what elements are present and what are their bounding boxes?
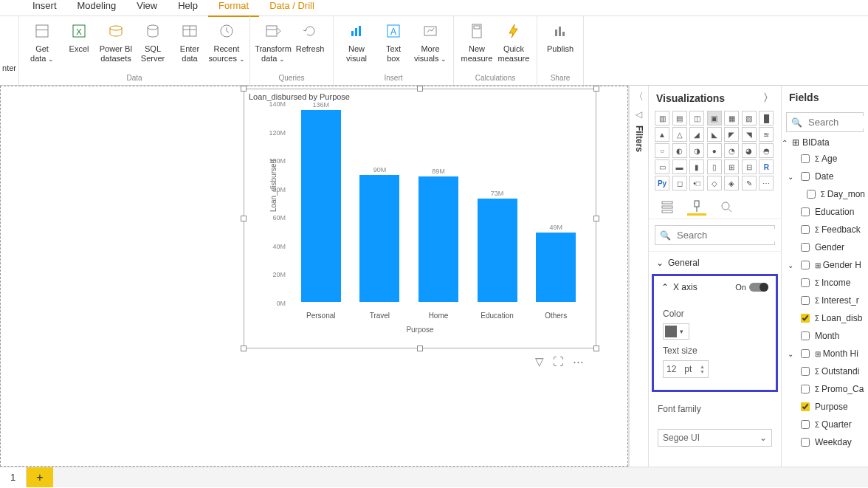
viz-search[interactable]: 🔍: [655, 225, 775, 245]
field-row[interactable]: Income: [782, 274, 868, 292]
fields-table-header[interactable]: ⌃⊞BIData: [782, 135, 868, 150]
format-tab[interactable]: [687, 198, 706, 216]
field-checkbox[interactable]: [801, 438, 810, 447]
filter-icon[interactable]: ▽: [535, 355, 544, 368]
resize-handle[interactable]: [417, 86, 423, 92]
field-row[interactable]: Outstandi: [782, 362, 868, 380]
bar[interactable]: [536, 233, 576, 302]
viz-type-icon[interactable]: ≋: [759, 127, 774, 142]
xaxis-color-picker[interactable]: ▾: [663, 323, 689, 340]
resize-handle[interactable]: [241, 216, 247, 221]
report-canvas[interactable]: Loan_disbursed by Purpose Loan_disbursed…: [0, 86, 629, 467]
bar[interactable]: [301, 110, 341, 302]
field-row[interactable]: Weekday: [782, 433, 868, 451]
xaxis-section[interactable]: ⌃X axis On: [654, 276, 776, 298]
fields-search-input[interactable]: [807, 116, 868, 128]
field-row[interactable]: ⌄Date: [782, 168, 868, 185]
field-checkbox[interactable]: [801, 261, 810, 269]
field-row[interactable]: Gender: [782, 238, 868, 256]
field-row[interactable]: Day_mon: [782, 185, 868, 203]
more-visuals-button[interactable]: More visuals: [412, 18, 449, 63]
publish-button[interactable]: Publish: [542, 18, 579, 54]
field-row[interactable]: Purpose: [782, 398, 868, 416]
sql-server-button[interactable]: SQL Server: [134, 18, 171, 63]
expand-filters-icon[interactable]: 〈: [634, 90, 644, 103]
xaxis-text-size-input[interactable]: 12 pt ▲▼: [663, 360, 709, 378]
resize-handle[interactable]: [593, 216, 599, 221]
viz-type-icon[interactable]: R: [759, 159, 774, 174]
field-checkbox[interactable]: [801, 278, 810, 287]
focus-mode-icon[interactable]: ⛶: [553, 355, 564, 368]
viz-type-icon[interactable]: ◕: [742, 143, 757, 158]
viz-type-icon[interactable]: ◐: [672, 143, 687, 158]
field-checkbox[interactable]: [801, 296, 810, 305]
field-checkbox[interactable]: [807, 190, 816, 199]
excel-button[interactable]: XExcel: [61, 18, 97, 54]
resize-handle[interactable]: [241, 86, 247, 92]
step-down-icon[interactable]: ▼: [700, 369, 705, 374]
viz-type-icon[interactable]: ▣: [707, 111, 722, 126]
field-checkbox[interactable]: [801, 207, 810, 216]
refresh-button[interactable]: Refresh: [292, 18, 328, 54]
viz-type-icon[interactable]: ◥: [742, 127, 757, 142]
more-options-icon[interactable]: ⋯: [573, 355, 584, 368]
get-data-button[interactable]: Get data: [24, 18, 61, 63]
viz-type-icon[interactable]: ◫: [689, 111, 704, 126]
viz-type-icon[interactable]: ▯: [707, 159, 722, 174]
viz-type-icon[interactable]: ▦: [724, 111, 739, 126]
recent-sources-button[interactable]: Recent sources: [208, 18, 245, 63]
field-checkbox[interactable]: [801, 172, 810, 181]
add-page-button[interactable]: +: [27, 467, 53, 487]
viz-type-icon[interactable]: ◤: [724, 127, 739, 142]
page-tab-1[interactable]: 1: [0, 467, 27, 487]
field-checkbox[interactable]: [801, 402, 810, 411]
field-row[interactable]: Education: [782, 203, 868, 221]
resize-handle[interactable]: [593, 346, 599, 351]
quick-measure-button[interactable]: Quick measure: [495, 18, 532, 63]
font-family-select[interactable]: Segoe UI ⌄: [658, 429, 772, 447]
bar[interactable]: [418, 176, 458, 302]
field-checkbox[interactable]: [801, 314, 810, 323]
field-row[interactable]: Quarter: [782, 416, 868, 433]
text-box-button[interactable]: AText box: [375, 18, 412, 63]
tab-view[interactable]: View: [126, 0, 168, 16]
fields-search[interactable]: 🔍: [786, 112, 864, 132]
field-checkbox[interactable]: [801, 243, 810, 252]
viz-type-icon[interactable]: ⊟: [742, 159, 757, 174]
general-section[interactable]: ⌄General: [649, 252, 781, 274]
viz-search-input[interactable]: [675, 229, 781, 241]
viz-type-icon[interactable]: ⋯: [759, 176, 774, 190]
field-row[interactable]: Month: [782, 327, 868, 345]
bar[interactable]: [478, 199, 517, 302]
field-checkbox[interactable]: [801, 349, 810, 358]
field-row[interactable]: Promo_Ca: [782, 380, 868, 398]
tab-format[interactable]: Format: [208, 0, 259, 17]
viz-type-icon[interactable]: ▬: [672, 159, 687, 174]
viz-type-icon[interactable]: ⊞: [724, 159, 739, 174]
analytics-tab[interactable]: [717, 198, 736, 216]
viz-type-icon[interactable]: ▭: [655, 159, 669, 174]
viz-type-icon[interactable]: ▲: [655, 127, 669, 142]
step-up-icon[interactable]: ▲: [700, 364, 705, 369]
viz-type-icon[interactable]: Py: [655, 176, 669, 190]
resize-handle[interactable]: [241, 346, 247, 351]
resize-handle[interactable]: [417, 346, 423, 351]
field-checkbox[interactable]: [801, 331, 810, 340]
field-checkbox[interactable]: [801, 385, 810, 394]
viz-type-icon[interactable]: ▧: [742, 111, 757, 126]
xaxis-toggle[interactable]: On: [735, 283, 768, 292]
field-checkbox[interactable]: [801, 420, 810, 429]
new-visual-button[interactable]: New visual: [338, 18, 375, 63]
enter-data-button[interactable]: Enter data: [171, 18, 208, 63]
viz-type-icon[interactable]: ○: [655, 143, 669, 158]
viz-type-icon[interactable]: ▤: [672, 111, 687, 126]
field-checkbox[interactable]: [801, 367, 810, 376]
tab-help[interactable]: Help: [168, 0, 208, 16]
viz-type-icon[interactable]: ▮: [689, 159, 704, 174]
bar-chart-visual[interactable]: Loan_disbursed by Purpose Loan_disbursed…: [244, 89, 596, 348]
fields-tab[interactable]: [658, 198, 677, 216]
viz-type-icon[interactable]: ◇: [707, 176, 722, 190]
field-row[interactable]: ⌄Gender H: [782, 256, 868, 274]
new-measure-button[interactable]: New measure: [458, 18, 495, 63]
field-row[interactable]: Feedback: [782, 221, 868, 238]
